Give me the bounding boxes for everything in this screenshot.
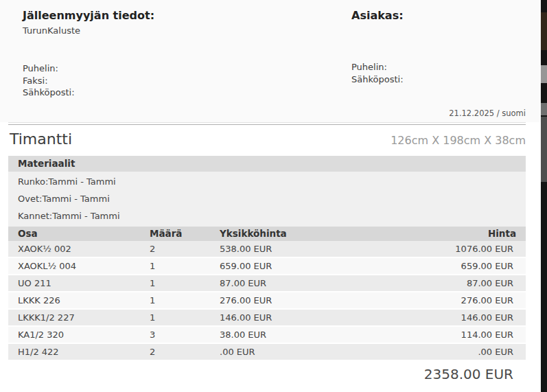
col-header-osa: Osa [8,228,150,239]
materials-section: Materiaalit Runko:Tammi - Tammi Ovet:Tam… [8,156,526,227]
reseller-title: Jälleenmyyjän tiedot: [23,9,351,22]
maara-cell: 1 [150,278,220,288]
osa-cell: LKKK1/2 227 [8,312,150,323]
content-area: Jälleenmyyjän tiedot: TurunKaluste Puhel… [0,0,541,392]
table-row: KA1/2 320 3 38.00 EUR 114.00 EUR [8,327,526,343]
col-header-yksikkohinta: Yksikköhinta [220,228,391,239]
osa-cell: UO 211 [8,278,150,288]
yksikkohinta-cell: 538.00 EUR [220,244,391,254]
yksikkohinta-cell: 659.00 EUR [220,261,391,271]
table-row: XAOKL½ 004 1 659.00 EUR 659.00 EUR [8,258,526,274]
yksikkohinta-cell: 146.00 EUR [220,312,391,323]
table-row: XAOK½ 002 2 538.00 EUR 1076.00 EUR [8,241,526,257]
window-edge-strip [541,0,547,392]
reseller-fax-label: Faksi: [23,75,351,87]
col-header-hinta: Hinta [391,228,526,239]
total-price: 2358.00 EUR [0,366,541,382]
yksikkohinta-cell: 38.00 EUR [220,330,391,340]
customer-contacts: Puhelin: Sähköposti: [351,61,526,85]
maara-cell: 3 [150,330,220,340]
product-name: Timantti [10,130,72,148]
maara-cell: 2 [150,244,220,254]
materials-list: Runko:Tammi - Tammi Ovet:Tammi - Tammi K… [8,172,526,227]
table-row: LKKK 226 1 276.00 EUR 276.00 EUR [8,292,526,308]
yksikkohinta-cell: .00 EUR [220,347,391,357]
hinta-cell: 1076.00 EUR [391,244,526,254]
yksikkohinta-cell: 276.00 EUR [220,295,391,305]
table-row: UO 211 1 87.00 EUR 87.00 EUR [8,275,526,291]
osa-cell: LKKK 226 [8,295,150,305]
edge-segment [541,103,547,115]
hinta-cell: 276.00 EUR [391,295,526,305]
col-header-maara: Määrä [150,228,220,239]
edge-segment [541,65,547,83]
reseller-name: TurunKaluste [23,25,351,36]
customer-title: Asiakas: [351,9,526,22]
maara-cell: 2 [150,347,220,357]
reseller-phone-label: Puhelin: [23,62,351,75]
parts-table: Osa Määrä Yksikköhinta Hinta XAOK½ 002 2… [8,227,526,360]
hinta-cell: 659.00 EUR [391,261,526,271]
material-row: Kannet:Tammi - Tammi [8,207,526,224]
customer-email-label: Sähköposti: [351,73,526,86]
material-row: Ovet:Tammi - Tammi [8,190,526,207]
hinta-cell: 146.00 EUR [391,312,526,323]
customer-info: Asiakas: Puhelin: Sähköposti: [351,9,526,99]
hinta-cell: .00 EUR [391,347,526,357]
header-section: Jälleenmyyjän tiedot: TurunKaluste Puhel… [0,0,541,122]
product-dimensions: 126cm X 198cm X 38cm [391,134,526,147]
parts-table-header: Osa Määrä Yksikköhinta Hinta [8,227,526,241]
table-row: LKKK1/2 227 1 146.00 EUR 146.00 EUR [8,310,526,325]
edge-segment [541,12,547,50]
maara-cell: 1 [150,312,220,323]
hinta-cell: 87.00 EUR [391,278,526,288]
yksikkohinta-cell: 87.00 EUR [220,278,391,288]
reseller-contacts: Puhelin: Faksi: Sähköposti: [23,62,351,99]
hinta-cell: 114.00 EUR [391,330,526,340]
maara-cell: 1 [150,261,220,271]
table-row: H1/2 422 2 .00 EUR .00 EUR [8,344,526,360]
osa-cell: XAOK½ 002 [8,244,150,254]
reseller-info: Jälleenmyyjän tiedot: TurunKaluste Puhel… [8,9,351,99]
edge-segment [541,117,547,182]
maara-cell: 1 [150,295,220,305]
reseller-email-label: Sähköposti: [23,87,351,99]
product-row: Timantti 126cm X 198cm X 38cm [10,130,526,150]
osa-cell: XAOKL½ 004 [8,261,150,271]
materials-header: Materiaalit [8,156,526,172]
material-row: Runko:Tammi - Tammi [8,173,526,190]
customer-phone-label: Puhelin: [351,61,526,73]
date-language: 21.12.2025 / suomi [8,99,526,122]
osa-cell: KA1/2 320 [8,330,150,340]
order-printout-page: Jälleenmyyjän tiedot: TurunKaluste Puhel… [0,0,547,392]
parties-row: Jälleenmyyjän tiedot: TurunKaluste Puhel… [8,9,526,99]
header-separator [8,122,526,125]
osa-cell: H1/2 422 [8,347,150,357]
